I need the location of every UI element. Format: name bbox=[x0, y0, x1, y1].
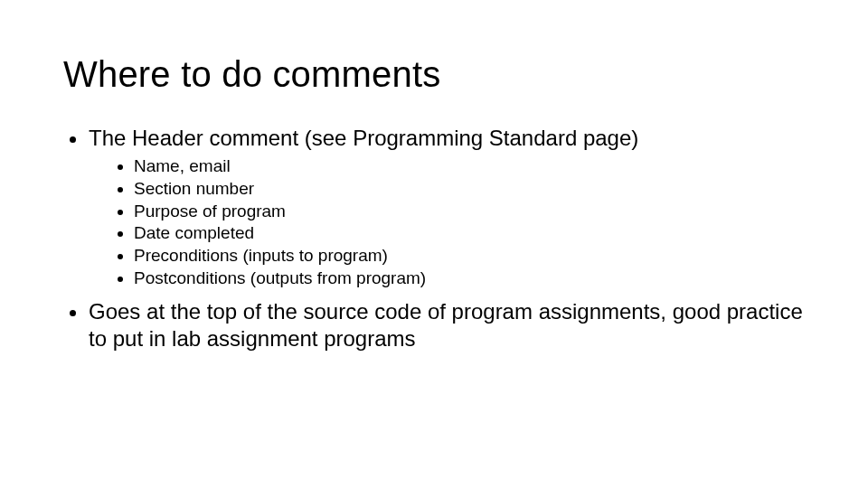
bullet-text: Goes at the top of the source code of pr… bbox=[89, 299, 803, 351]
sub-bullet-item: Purpose of program bbox=[134, 201, 805, 222]
sub-bullet-item: Name, email bbox=[134, 155, 805, 177]
sub-bullet-item: Date completed bbox=[134, 222, 805, 244]
bullet-item: The Header comment (see Programming Stan… bbox=[89, 125, 805, 289]
sub-bullet-item: Postconditions (outputs from program) bbox=[134, 267, 805, 289]
bullet-list: The Header comment (see Programming Stan… bbox=[63, 125, 805, 352]
bullet-text: The Header comment (see Programming Stan… bbox=[89, 126, 638, 150]
sub-bullet-item: Section number bbox=[134, 178, 805, 200]
slide-title: Where to do comments bbox=[63, 54, 805, 94]
slide: Where to do comments The Header comment … bbox=[0, 0, 868, 488]
sub-bullet-list: Name, email Section number Purpose of pr… bbox=[89, 155, 805, 289]
sub-bullet-item: Preconditions (inputs to program) bbox=[134, 245, 805, 267]
bullet-item: Goes at the top of the source code of pr… bbox=[89, 298, 805, 352]
